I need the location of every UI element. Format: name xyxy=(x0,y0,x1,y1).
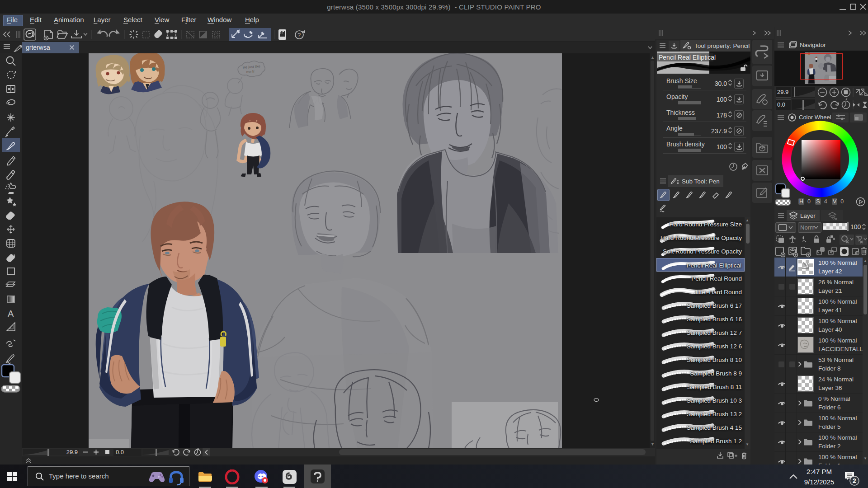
svg-text:2: 2 xyxy=(853,477,856,484)
svg-text:A: A xyxy=(8,309,14,319)
svg-text:me fr: me fr xyxy=(246,70,255,74)
svg-text:29.9: 29.9 xyxy=(66,449,78,455)
svg-text:?: ? xyxy=(297,32,301,38)
svg-text:0.0: 0.0 xyxy=(116,449,124,455)
